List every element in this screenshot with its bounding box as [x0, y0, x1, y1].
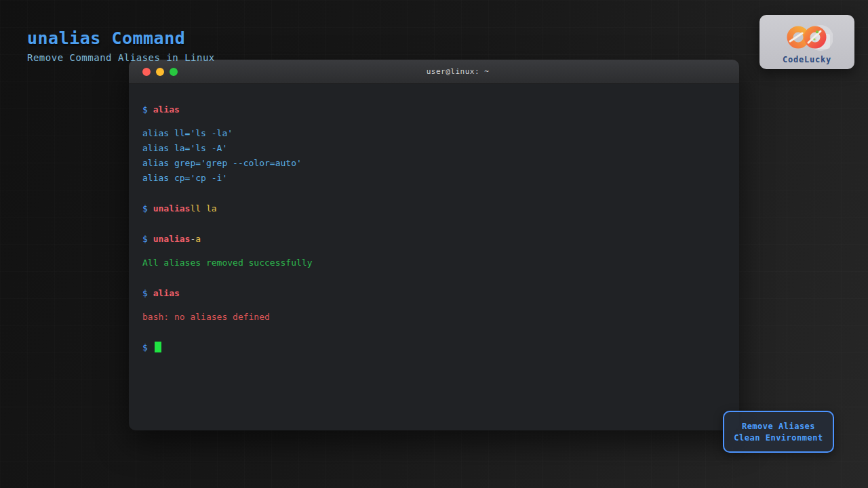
terminal-text-prompt: $ [142, 342, 153, 352]
minimize-button-icon[interactable] [156, 68, 164, 76]
logo-wordmark: CodeLucky [783, 55, 831, 64]
terminal-text-command: alias [153, 288, 180, 298]
terminal-text-output: alias la='ls -A' [142, 143, 227, 153]
terminal-text-output: alias grep='grep --color=auto' [142, 158, 302, 168]
terminal-text-error: bash: no aliases defined [142, 312, 270, 322]
terminal-line: bash: no aliases defined [142, 310, 726, 325]
terminal-text-output: alias cp='cp -i' [142, 173, 227, 183]
terminal-text-argument: ll la [190, 203, 216, 214]
terminal-body[interactable]: $ aliasalias ll='ls -la'alias la='ls -A'… [129, 84, 739, 430]
terminal-text-prompt: $ [142, 104, 153, 115]
terminal-text-output: alias ll='ls -la' [142, 128, 233, 138]
terminal-text-command: unalias [153, 234, 191, 244]
terminal-text-prompt: $ [142, 203, 153, 214]
terminal-line: $ unalias-a [142, 232, 726, 247]
terminal-text-prompt: $ [142, 234, 153, 244]
infinity-icon [781, 23, 833, 54]
page-root: unalias Command Remove Command Aliases i… [0, 0, 868, 488]
terminal-title: user@linux: ~ [176, 67, 739, 76]
codelucky-logo: CodeLucky [760, 15, 854, 69]
terminal-line: alias la='ls -A' [142, 141, 726, 156]
page-subtitle: Remove Command Aliases in Linux [27, 52, 215, 63]
terminal-line: $ alias [142, 102, 726, 117]
badge-line-1: Remove Aliases [742, 421, 815, 432]
terminal-text-success: All aliases removed successfully [142, 258, 312, 268]
terminal-line: All aliases removed successfully [142, 256, 726, 270]
terminal-window: user@linux: ~ $ aliasalias ll='ls -la'al… [129, 60, 739, 430]
badge-line-2: Clean Environment [734, 432, 823, 443]
terminal-text-argument: a [195, 234, 201, 244]
terminal-line: alias ll='ls -la' [142, 126, 726, 141]
terminal-line: alias cp='cp -i' [142, 171, 726, 186]
window-controls [142, 68, 178, 76]
terminal-line: $ [142, 340, 726, 355]
page-title: unalias Command [27, 28, 185, 48]
terminal-line: $ alias [142, 286, 726, 301]
close-button-icon[interactable] [142, 68, 151, 76]
terminal-text-command: unalias [153, 203, 191, 214]
terminal-text-prompt: $ [142, 288, 153, 298]
terminal-text-command: alias [153, 104, 180, 115]
terminal-titlebar[interactable]: user@linux: ~ [129, 60, 739, 84]
remove-aliases-badge[interactable]: Remove Aliases Clean Environment [723, 411, 834, 453]
terminal-line: alias grep='grep --color=auto' [142, 156, 726, 171]
terminal-cursor [155, 342, 161, 352]
terminal-line: $ unaliasll la [142, 201, 726, 216]
